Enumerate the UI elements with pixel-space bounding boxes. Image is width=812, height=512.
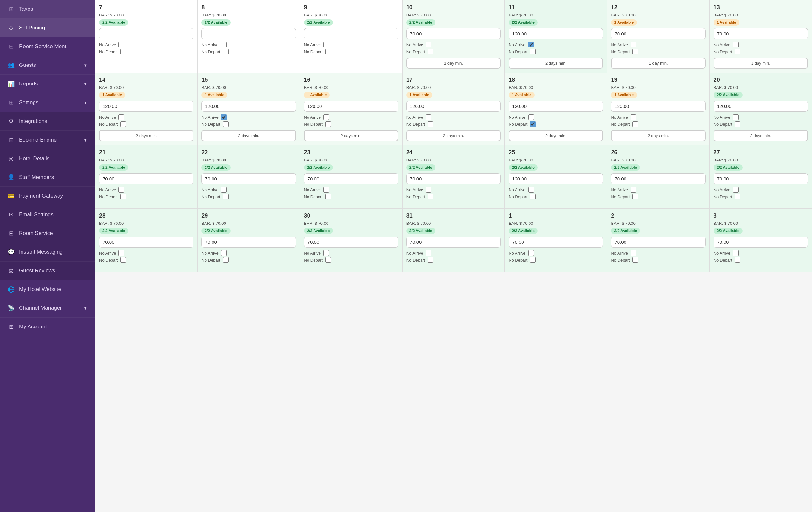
price-input[interactable] [201, 28, 296, 39]
price-input[interactable] [99, 28, 194, 39]
no-depart-checkbox[interactable] [325, 49, 331, 55]
sidebar-item-my-hotel-website[interactable]: 🌐My Hotel Website [0, 280, 95, 299]
min-days-button[interactable]: 1 day min. [611, 58, 705, 69]
price-input[interactable] [99, 237, 194, 248]
no-depart-checkbox[interactable] [120, 121, 126, 127]
no-depart-checkbox[interactable] [223, 194, 229, 200]
no-depart-checkbox[interactable] [223, 49, 229, 55]
no-depart-checkbox[interactable] [120, 257, 126, 263]
no-depart-checkbox[interactable] [530, 257, 535, 263]
no-arrive-checkbox[interactable] [426, 187, 431, 192]
price-input[interactable] [714, 28, 808, 39]
price-input[interactable] [611, 101, 705, 112]
no-arrive-checkbox[interactable] [118, 250, 124, 256]
price-input[interactable] [304, 101, 398, 112]
no-depart-checkbox[interactable] [632, 257, 638, 263]
no-arrive-checkbox[interactable] [221, 42, 227, 48]
sidebar-item-payment-gateway[interactable]: 💳Payment Gateway [0, 187, 95, 206]
price-input[interactable] [509, 101, 603, 112]
no-arrive-checkbox[interactable] [733, 250, 738, 256]
no-arrive-checkbox[interactable] [323, 250, 329, 256]
price-input[interactable] [714, 101, 808, 112]
no-depart-checkbox[interactable] [632, 121, 638, 127]
no-depart-checkbox[interactable] [530, 194, 535, 200]
price-input[interactable] [304, 173, 398, 184]
no-depart-checkbox[interactable] [325, 121, 331, 127]
no-arrive-checkbox[interactable] [323, 187, 329, 192]
price-input[interactable] [406, 173, 501, 184]
no-depart-checkbox[interactable] [632, 194, 638, 200]
no-arrive-checkbox[interactable] [631, 42, 636, 48]
price-input[interactable] [201, 173, 296, 184]
min-days-button[interactable]: 2 days min. [714, 130, 808, 141]
sidebar-item-booking-engine[interactable]: ⊟Booking Engine▼ [0, 131, 95, 149]
no-arrive-checkbox[interactable] [733, 42, 738, 48]
price-input[interactable] [509, 28, 603, 39]
sidebar-item-set-pricing[interactable]: ◇Set Pricing [0, 19, 95, 37]
min-days-button[interactable]: 2 days min. [304, 130, 398, 141]
sidebar-item-guests[interactable]: 👥Guests▼ [0, 56, 95, 75]
no-arrive-checkbox[interactable] [118, 187, 124, 192]
sidebar-item-channel-manager[interactable]: 📡Channel Manager▼ [0, 299, 95, 318]
no-depart-checkbox[interactable] [428, 121, 433, 127]
price-input[interactable] [714, 173, 808, 184]
sidebar-item-instant-messaging[interactable]: 💬Instant Messaging [0, 243, 95, 262]
no-depart-checkbox[interactable] [428, 257, 433, 263]
sidebar-item-guest-reviews[interactable]: ⚖Guest Reviews [0, 262, 95, 280]
no-arrive-checkbox[interactable] [323, 114, 329, 120]
price-input[interactable] [611, 28, 705, 39]
min-days-button[interactable]: 2 days min. [99, 130, 194, 141]
price-input[interactable] [611, 173, 705, 184]
price-input[interactable] [304, 28, 398, 39]
min-days-button[interactable]: 2 days min. [509, 130, 603, 141]
min-days-button[interactable]: 2 days min. [406, 130, 501, 141]
no-arrive-checkbox[interactable] [631, 114, 636, 120]
no-arrive-checkbox[interactable] [426, 114, 431, 120]
no-depart-checkbox[interactable] [120, 194, 126, 200]
no-arrive-checkbox[interactable] [221, 187, 227, 192]
no-depart-checkbox[interactable] [735, 194, 741, 200]
price-input[interactable] [611, 237, 705, 248]
price-input[interactable] [99, 173, 194, 184]
min-days-button[interactable]: 1 day min. [714, 58, 808, 69]
no-depart-checkbox[interactable] [325, 194, 331, 200]
price-input[interactable] [509, 237, 603, 248]
price-input[interactable] [406, 237, 501, 248]
sidebar-item-room-service-menu[interactable]: ⊟Room Service Menu [0, 37, 95, 56]
no-depart-checkbox[interactable] [223, 257, 229, 263]
price-input[interactable] [406, 101, 501, 112]
min-days-button[interactable]: 2 days min. [509, 58, 603, 69]
no-depart-checkbox[interactable] [735, 257, 741, 263]
no-arrive-checkbox[interactable] [528, 187, 534, 192]
sidebar-item-staff-members[interactable]: 👤Staff Members [0, 168, 95, 187]
no-arrive-checkbox[interactable] [733, 187, 738, 192]
min-days-button[interactable]: 1 day min. [406, 58, 501, 69]
no-arrive-checkbox[interactable] [528, 250, 534, 256]
sidebar-item-hotel-details[interactable]: ◎Hotel Details [0, 149, 95, 168]
price-input[interactable] [509, 173, 603, 184]
price-input[interactable] [201, 237, 296, 248]
no-depart-checkbox[interactable] [428, 49, 433, 55]
no-depart-checkbox[interactable] [735, 121, 741, 127]
no-depart-checkbox[interactable] [530, 49, 535, 55]
price-input[interactable] [714, 237, 808, 248]
no-arrive-checkbox[interactable] [426, 42, 431, 48]
no-depart-checkbox[interactable] [120, 49, 126, 55]
no-arrive-checkbox[interactable] [118, 42, 124, 48]
no-arrive-checkbox[interactable] [221, 250, 227, 256]
no-depart-checkbox[interactable] [325, 257, 331, 263]
sidebar-item-my-account[interactable]: ⊞My Account [0, 318, 95, 336]
price-input[interactable] [406, 28, 501, 39]
no-arrive-checkbox[interactable] [528, 42, 534, 48]
no-arrive-checkbox[interactable] [426, 250, 431, 256]
sidebar-item-settings[interactable]: ⊞Settings▲ [0, 93, 95, 112]
sidebar-item-taxes[interactable]: ⊞Taxes [0, 0, 95, 19]
no-arrive-checkbox[interactable] [733, 114, 738, 120]
no-arrive-checkbox[interactable] [323, 42, 329, 48]
no-depart-checkbox[interactable] [223, 121, 229, 127]
price-input[interactable] [99, 101, 194, 112]
no-depart-checkbox[interactable] [530, 121, 535, 127]
min-days-button[interactable]: 2 days min. [611, 130, 705, 141]
price-input[interactable] [304, 237, 398, 248]
no-arrive-checkbox[interactable] [118, 114, 124, 120]
